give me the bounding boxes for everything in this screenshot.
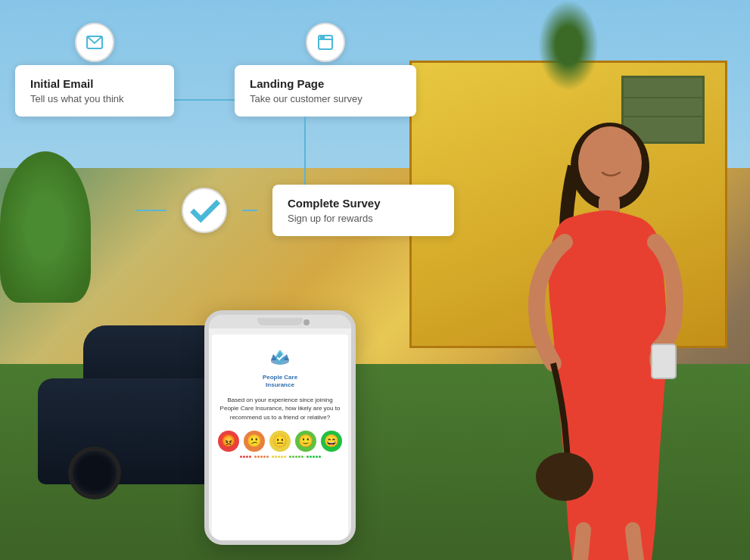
emoji-3-group[interactable]: 😐	[269, 431, 291, 452]
survey-card-title: Complete Survey	[288, 197, 439, 210]
rating-group-1	[240, 456, 251, 458]
h-connector-1	[174, 99, 235, 101]
email-icon-circle	[75, 23, 114, 62]
phone-camera	[303, 319, 310, 325]
phone-logo-area: People Care Insurance	[263, 344, 297, 388]
dot	[316, 456, 318, 458]
dot	[301, 456, 303, 458]
svg-point-10	[323, 37, 325, 39]
emoji-1-group[interactable]: 😡	[218, 431, 239, 452]
email-icon	[86, 33, 104, 51]
dot	[295, 456, 297, 458]
phone-top-bar	[209, 315, 351, 328]
rating-dots-row	[240, 456, 321, 458]
dot	[319, 456, 321, 458]
dot	[246, 456, 248, 458]
people-care-logo-icon	[266, 344, 294, 371]
emoji-1[interactable]: 😡	[218, 431, 239, 452]
dot	[284, 456, 286, 458]
complete-survey-card: Complete Survey Sign up for rewards	[272, 185, 454, 236]
emoji-5-group[interactable]: 😄	[321, 431, 342, 452]
dot	[278, 456, 280, 458]
phone-notch	[257, 318, 303, 325]
dot	[272, 456, 274, 458]
woman-figure	[493, 106, 689, 560]
landing-card-subtitle: Take our customer survey	[250, 93, 401, 104]
phone-brand-name: People Care Insurance	[263, 374, 297, 388]
emoji-3[interactable]: 😐	[269, 431, 291, 452]
phone-mockup: People Care Insurance Based on your expe…	[204, 310, 356, 545]
emoji-2[interactable]: 😕	[244, 431, 265, 452]
dot	[289, 456, 291, 458]
emoji-4[interactable]: 🙂	[295, 431, 316, 452]
email-card-subtitle: Tell us what you think	[30, 93, 159, 104]
dot	[243, 456, 245, 458]
dot	[266, 456, 269, 458]
emoji-2-group[interactable]: 😕	[244, 431, 265, 452]
survey-card-subtitle: Sign up for rewards	[288, 213, 439, 224]
dot	[240, 456, 242, 458]
dot	[307, 456, 309, 458]
rating-group-2	[254, 456, 269, 458]
v-connector-container	[15, 117, 469, 185]
flow-row-1: Initial Email Tell us what you think Lan…	[15, 45, 469, 117]
emoji-5[interactable]: 😄	[321, 431, 342, 452]
h-connector-2	[136, 210, 166, 211]
dot	[292, 456, 294, 458]
check-icon	[183, 189, 226, 232]
dot	[263, 456, 266, 458]
landing-card-wrapper: Landing Page Take our customer survey	[235, 45, 416, 117]
emoji-4-group[interactable]: 🙂	[295, 431, 316, 452]
dot	[260, 456, 263, 458]
h-connector-3	[242, 210, 257, 211]
email-card-title: Initial Email	[30, 77, 159, 90]
svg-point-9	[321, 37, 322, 39]
initial-email-card: Initial Email Tell us what you think	[15, 65, 174, 117]
landing-icon-circle	[306, 23, 345, 62]
svg-point-1	[578, 126, 642, 199]
dot	[254, 456, 257, 458]
phone-question: Based on your experience since joining P…	[218, 396, 342, 422]
emoji-rating-row: 😡 😕 😐 🙂 😄	[218, 431, 342, 452]
email-card-wrapper: Initial Email Tell us what you think	[15, 45, 174, 117]
dot	[310, 456, 312, 458]
landing-page-icon	[316, 33, 335, 51]
rating-group-4	[289, 456, 303, 458]
dot	[313, 456, 315, 458]
dot	[281, 456, 283, 458]
phone-screen: People Care Insurance Based on your expe…	[212, 334, 348, 545]
check-icon-circle	[182, 188, 227, 233]
dot	[249, 456, 251, 458]
rating-group-3	[272, 456, 286, 458]
svg-point-5	[536, 453, 593, 501]
landing-card-title: Landing Page	[250, 77, 401, 90]
dot	[257, 456, 260, 458]
flow-row-2: Complete Survey Sign up for rewards	[136, 185, 469, 236]
bg-vine	[538, 0, 599, 91]
landing-page-card: Landing Page Take our customer survey	[235, 65, 416, 117]
bg-car-wheel-left	[68, 446, 121, 499]
svg-rect-4	[652, 344, 676, 378]
flow-diagram: Initial Email Tell us what you think Lan…	[15, 45, 469, 236]
rating-group-5	[307, 456, 321, 458]
v-connector	[304, 117, 306, 185]
dot	[298, 456, 300, 458]
dot	[275, 456, 277, 458]
